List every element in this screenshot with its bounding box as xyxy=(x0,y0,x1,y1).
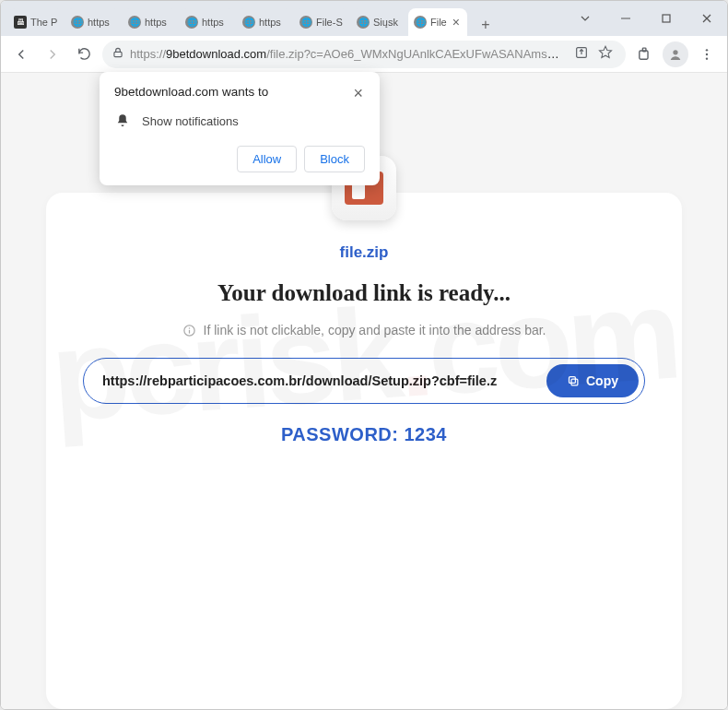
svg-point-11 xyxy=(706,57,708,59)
tab[interactable]: 🌐 File-S xyxy=(294,8,349,36)
profile-button[interactable] xyxy=(663,41,688,67)
block-button[interactable]: Block xyxy=(304,146,365,172)
new-tab-button[interactable]: + xyxy=(475,14,497,36)
svg-rect-1 xyxy=(663,15,670,22)
tab-label: https xyxy=(259,17,287,28)
svg-point-8 xyxy=(673,50,677,54)
hint-text: If link is not clickable, copy and paste… xyxy=(83,323,645,337)
svg-rect-16 xyxy=(569,376,576,383)
address-bar[interactable]: https://9betdownload.com/file.zip?c=AOe6… xyxy=(102,41,626,68)
notification-text: Show notifications xyxy=(142,114,239,128)
notification-permission-dialog: 9betdownload.com wants to × Show notific… xyxy=(100,72,380,185)
svg-rect-7 xyxy=(642,48,646,52)
tab-active[interactable]: 🌐 File × xyxy=(408,8,467,36)
forward-button[interactable] xyxy=(40,41,65,67)
tabs-row: 🖶 The P 🌐 https 🌐 https 🌐 https 🌐 https … xyxy=(1,1,565,36)
notification-title: 9betdownload.com wants to xyxy=(114,85,268,99)
printer-icon: 🖶 xyxy=(14,16,27,29)
minimize-button[interactable] xyxy=(605,1,646,36)
download-card: file.zip Your download link is ready... … xyxy=(46,193,682,709)
globe-icon: 🌐 xyxy=(357,16,370,29)
tab[interactable]: 🌐 https xyxy=(180,8,235,36)
tab-label: Siųsk xyxy=(373,17,401,28)
titlebar: 🖶 The P 🌐 https 🌐 https 🌐 https 🌐 https … xyxy=(1,1,727,36)
tab[interactable]: 🌐 Siųsk xyxy=(351,8,406,36)
window-dropdown-button[interactable] xyxy=(565,1,605,36)
globe-icon: 🌐 xyxy=(185,16,198,29)
maximize-button[interactable] xyxy=(646,1,687,36)
menu-button[interactable] xyxy=(694,41,720,67)
tab[interactable]: 🌐 https xyxy=(237,8,292,36)
svg-point-9 xyxy=(706,49,708,51)
window-controls xyxy=(565,1,727,36)
tab-label: File xyxy=(430,17,447,28)
bell-icon xyxy=(114,112,131,129)
extensions-button[interactable] xyxy=(631,41,657,67)
share-icon[interactable] xyxy=(574,45,589,63)
info-icon xyxy=(182,324,196,337)
headline: Your download link is ready... xyxy=(83,280,645,306)
back-button[interactable] xyxy=(8,41,34,67)
globe-icon: 🌐 xyxy=(414,16,427,29)
copy-icon xyxy=(567,374,581,388)
svg-rect-4 xyxy=(114,52,122,56)
allow-button[interactable]: Allow xyxy=(237,146,297,172)
download-url[interactable]: https://rebparticipacoes.com.br/download… xyxy=(102,373,537,388)
globe-icon: 🌐 xyxy=(128,16,141,29)
close-icon[interactable]: × xyxy=(351,85,365,101)
reload-button[interactable] xyxy=(71,41,97,67)
tab[interactable]: 🌐 https xyxy=(65,8,121,36)
globe-icon: 🌐 xyxy=(299,16,312,29)
tab[interactable]: 🖶 The P xyxy=(8,8,64,36)
tab-label: https xyxy=(202,17,229,28)
tab-label: https xyxy=(88,17,115,28)
tab-close-icon[interactable]: × xyxy=(451,15,462,30)
tab-label: The P xyxy=(30,17,58,28)
copy-button[interactable]: Copy xyxy=(546,364,639,397)
star-icon[interactable] xyxy=(594,45,616,63)
tab[interactable]: 🌐 https xyxy=(123,8,178,36)
url-text: https://9betdownload.com/file.zip?c=AOe6… xyxy=(130,47,569,61)
filename-label: file.zip xyxy=(83,243,645,262)
lock-icon xyxy=(112,46,124,62)
svg-point-14 xyxy=(188,327,190,329)
svg-point-10 xyxy=(706,53,708,54)
tab-label: https xyxy=(145,17,172,28)
toolbar: https://9betdownload.com/file.zip?c=AOe6… xyxy=(1,36,727,73)
svg-rect-15 xyxy=(571,379,578,385)
globe-icon: 🌐 xyxy=(242,16,255,29)
globe-icon: 🌐 xyxy=(71,16,84,29)
password-label: PASSWORD: 1234 xyxy=(83,424,645,445)
download-link-row: https://rebparticipacoes.com.br/download… xyxy=(83,358,645,404)
tab-label: File-S xyxy=(316,17,344,28)
close-window-button[interactable] xyxy=(687,1,727,36)
